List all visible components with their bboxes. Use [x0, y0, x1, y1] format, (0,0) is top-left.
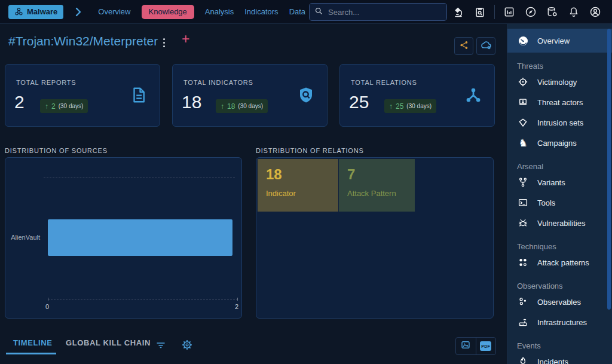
share-button[interactable] — [454, 37, 473, 55]
fire-icon — [517, 356, 529, 364]
file-document-icon — [130, 86, 148, 106]
threat-actor-icon — [517, 96, 529, 108]
export-button-group: PDF — [455, 337, 496, 355]
notifications-icon[interactable] — [567, 5, 581, 19]
x-tick-label: 0 — [45, 303, 49, 310]
up-arrow-icon: ↑ — [389, 102, 393, 111]
search-icon — [314, 7, 323, 18]
entity-type-label: Malware — [27, 7, 57, 16]
sidebar-item-victimology[interactable]: Victimology — [507, 72, 612, 92]
diamond-icon — [517, 117, 529, 129]
sidebar-section-events: Events — [517, 339, 612, 351]
active-tab-underline — [6, 353, 56, 354]
terminal-icon — [517, 197, 529, 209]
dashboards-icon[interactable] — [502, 5, 516, 19]
sidebar-section-techniques: Techniques — [517, 240, 612, 252]
chess-knight-icon: ♞ — [517, 137, 529, 149]
tab-indicators[interactable]: Indicators — [244, 7, 278, 16]
bug-icon — [517, 217, 529, 229]
source-fork-icon — [517, 176, 529, 188]
search-input[interactable] — [328, 8, 442, 17]
tab-analysis[interactable]: Analysis — [205, 7, 234, 16]
tab-overview[interactable]: Overview — [98, 7, 130, 16]
image-export-icon — [460, 339, 471, 353]
observables-icon — [517, 296, 529, 308]
target-icon — [517, 76, 529, 88]
page-title: #Trojan:Win32/Meterpreter — [8, 34, 158, 48]
infrastructure-icon — [517, 316, 529, 328]
bar-category-label: AlienVault — [5, 234, 40, 241]
export-image-button[interactable] — [456, 338, 476, 354]
stat-delta-badge: ↑ 25 (30 days) — [384, 99, 436, 113]
attack-pattern-icon — [517, 256, 529, 268]
x-tick-label: 2 — [235, 303, 238, 310]
share-icon — [459, 40, 469, 53]
sidebar-item-vulnerabilities[interactable]: Vulnerabilities — [507, 213, 612, 233]
stat-delta-badge: ↑ 18 (30 days) — [216, 99, 268, 113]
top-bar-icons — [451, 0, 602, 24]
enrichment-button[interactable] — [476, 37, 495, 55]
stat-label: TOTAL INDICATORS — [183, 79, 253, 86]
top-bar-divider — [494, 5, 495, 19]
stat-value: 25 — [349, 92, 369, 112]
bar-alienvault[interactable] — [48, 219, 232, 256]
graph-icon — [464, 86, 482, 106]
opencti-app: Malware Overview Knowledge Analysis Indi… — [0, 0, 612, 364]
biohazard-icon — [14, 7, 23, 16]
kebab-menu-button[interactable] — [159, 36, 169, 48]
stat-label: TOTAL RELATIONS — [351, 79, 417, 86]
tab-timeline[interactable]: TIMELINE — [13, 338, 52, 347]
chevron-right-icon — [75, 7, 81, 17]
tab-knowledge[interactable]: Knowledge — [142, 5, 194, 19]
treemap-cell-attack-pattern[interactable]: 7 Attack Pattern — [339, 159, 415, 212]
sources-bar-chart: AlienVault 0 2 — [5, 157, 242, 319]
sidebar-item-campaigns[interactable]: ♞ Campaigns — [507, 133, 612, 153]
relations-treemap: 18 Indicator 7 Attack Pattern — [256, 157, 494, 319]
stat-value: 2 — [14, 92, 25, 112]
total-indicators-card: TOTAL INDICATORS 18 ↑ 18 (30 days) — [172, 64, 328, 127]
sidebar-item-tools[interactable]: Tools — [507, 192, 612, 213]
pdf-export-icon: PDF — [480, 341, 491, 351]
total-reports-card: TOTAL REPORTS 2 ↑ 2 (30 days) — [5, 64, 160, 127]
export-pdf-button[interactable]: PDF — [476, 338, 496, 354]
settings-icon[interactable] — [180, 338, 194, 351]
sidebar-item-intrusion-sets[interactable]: Intrusion sets — [507, 112, 612, 133]
entity-tabs: Overview Knowledge Analysis Indicators D… — [98, 5, 340, 19]
knowledge-sidebar: Overview Threats Victimology Threat acto… — [507, 24, 612, 364]
global-search[interactable] — [309, 3, 447, 21]
up-arrow-icon: ↑ — [221, 102, 224, 111]
sidebar-item-variants[interactable]: Variants — [507, 172, 612, 192]
cloud-refresh-icon — [481, 39, 492, 53]
sidebar-item-observables[interactable]: Observables — [507, 292, 612, 312]
tab-data[interactable]: Data — [289, 7, 305, 16]
tab-global-kill-chain[interactable]: GLOBAL KILL CHAIN — [66, 338, 151, 347]
top-bar: Malware Overview Knowledge Analysis Indi… — [0, 0, 612, 24]
x-axis — [48, 299, 238, 300]
sidebar-item-attack-patterns[interactable]: Attack patterns — [507, 252, 612, 273]
x-tick — [237, 298, 238, 301]
stat-label: TOTAL REPORTS — [16, 79, 76, 86]
sources-chart-title: DISTRIBUTION OF SOURCES — [5, 147, 108, 154]
investigation-icon[interactable] — [473, 5, 487, 19]
x-tick — [48, 298, 48, 301]
gridline — [44, 177, 235, 178]
filter-icon[interactable] — [154, 338, 167, 351]
sidebar-item-overview[interactable]: Overview — [507, 29, 612, 53]
add-label-button[interactable]: + — [182, 31, 189, 47]
sidebar-item-incidents[interactable]: Incidents — [507, 351, 612, 364]
total-relations-card: TOTAL RELATIONS 25 ↑ 25 (30 days) — [339, 64, 495, 127]
up-arrow-icon: ↑ — [45, 102, 48, 111]
entity-type-chip[interactable]: Malware — [8, 5, 63, 19]
profile-icon[interactable] — [588, 5, 602, 19]
stat-value: 18 — [182, 92, 201, 112]
explore-icon[interactable] — [524, 5, 538, 19]
data-icon[interactable] — [545, 5, 559, 19]
shield-search-icon — [297, 86, 315, 106]
sidebar-item-threat-actors[interactable]: Threat actors — [507, 92, 612, 112]
sidebar-item-infrastructures[interactable]: Infrastructures — [507, 312, 612, 332]
treemap-cell-indicator[interactable]: 18 Indicator — [258, 159, 338, 212]
gauge-icon — [517, 35, 529, 47]
microscope-icon[interactable] — [451, 5, 466, 19]
sidebar-section-arsenal: Arsenal — [517, 160, 612, 172]
sidebar-scrollbar[interactable] — [607, 29, 611, 310]
